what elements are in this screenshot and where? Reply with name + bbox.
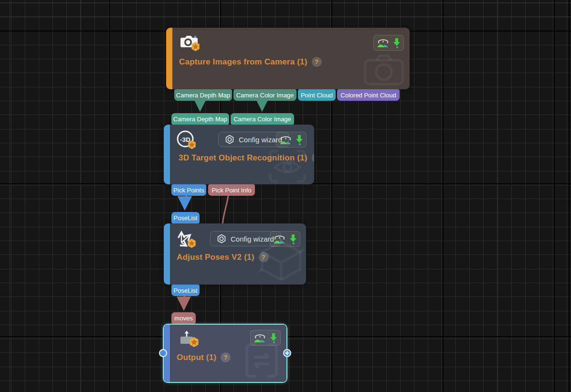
node-accent-bar bbox=[164, 125, 170, 184]
help-badge[interactable]: ? bbox=[312, 57, 322, 67]
gear-icon bbox=[217, 234, 226, 244]
port-camera-color-image-out[interactable]: Camera Color Image bbox=[233, 89, 296, 101]
node-adjust-poses-v2[interactable]: Config wizard Adjust Poses V2 (1) ? bbox=[164, 223, 306, 285]
run-options-badge[interactable] bbox=[270, 231, 300, 247]
gear-icon bbox=[225, 135, 234, 144]
node-connection-handle-right-plus[interactable] bbox=[283, 349, 291, 357]
step-run-arrow-icon bbox=[296, 135, 303, 145]
step-run-arrow-icon bbox=[393, 38, 401, 48]
3d-target-recognition-icon: -3D bbox=[175, 129, 195, 151]
config-wizard-label: Config wizard bbox=[231, 235, 274, 243]
scene-visibility-icon bbox=[279, 135, 292, 145]
transfer-watermark-icon bbox=[243, 342, 281, 379]
port-moves-in[interactable]: moves bbox=[171, 312, 196, 324]
help-badge[interactable]: ? bbox=[221, 352, 231, 362]
help-badge[interactable]: ? bbox=[259, 252, 269, 262]
port-poselist-in[interactable]: PoseList bbox=[171, 212, 200, 223]
node-accent-bar bbox=[164, 223, 170, 285]
plus-icon bbox=[285, 351, 289, 355]
run-options-badge[interactable] bbox=[250, 330, 281, 346]
port-point-cloud-out[interactable]: Point Cloud bbox=[298, 89, 336, 101]
port-camera-color-image-in[interactable]: Camera Color Image bbox=[231, 113, 294, 125]
scene-visibility-icon bbox=[254, 333, 266, 343]
node-title: Adjust Poses V2 (1) bbox=[177, 253, 254, 262]
camera-watermark-icon bbox=[362, 52, 406, 87]
port-pick-points-out[interactable]: Pick Points bbox=[171, 184, 206, 196]
output-icon bbox=[179, 330, 197, 349]
node-title: 3D Target Object Recognition (1) bbox=[179, 153, 307, 163]
star-badge-icon bbox=[189, 337, 200, 348]
node-accent-bar bbox=[166, 28, 172, 89]
star-badge-icon bbox=[187, 140, 197, 149]
node-capture-images-from-camera[interactable]: Capture Images from Camera (1) ? bbox=[166, 28, 410, 89]
scene-visibility-icon bbox=[273, 234, 286, 244]
step-run-arrow-icon bbox=[270, 333, 277, 343]
port-colored-point-cloud-out[interactable]: Colored Point Cloud bbox=[337, 89, 400, 101]
node-output[interactable]: Output (1) ? bbox=[163, 324, 287, 383]
port-poselist-out[interactable]: PoseList bbox=[171, 285, 200, 296]
node-title: Output (1) bbox=[177, 353, 216, 362]
node-title: Capture Images from Camera (1) bbox=[179, 57, 307, 67]
step-run-arrow-icon bbox=[289, 234, 297, 244]
adjust-poses-icon bbox=[177, 229, 195, 250]
node-3d-target-object-recognition[interactable]: -3D Config wizard bbox=[164, 125, 314, 184]
help-badge[interactable]: ? bbox=[312, 153, 314, 163]
star-badge-icon bbox=[190, 42, 201, 52]
port-pick-point-info-out[interactable]: Pick Point Info bbox=[208, 184, 255, 196]
node-graph-canvas[interactable]: Capture Images from Camera (1) ? Camera … bbox=[0, 0, 571, 392]
port-camera-depth-map-out[interactable]: Camera Depth Map bbox=[174, 89, 232, 101]
scene-visibility-icon bbox=[377, 38, 390, 48]
port-camera-depth-map-in[interactable]: Camera Depth Map bbox=[171, 113, 229, 125]
camera-icon bbox=[179, 33, 199, 53]
run-options-badge[interactable] bbox=[276, 132, 307, 148]
run-options-badge[interactable] bbox=[373, 35, 404, 51]
node-connection-handle-left[interactable] bbox=[159, 349, 167, 357]
star-badge-icon bbox=[187, 238, 197, 248]
